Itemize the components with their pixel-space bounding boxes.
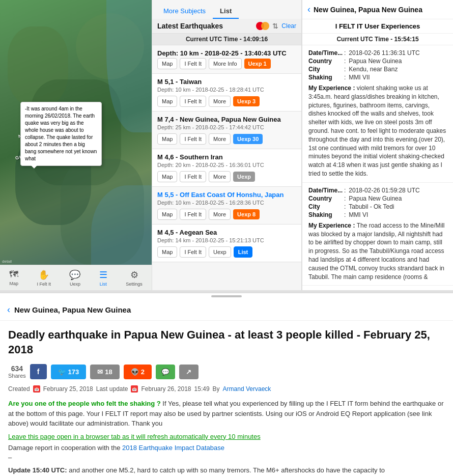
eq-more-3[interactable]: More [209, 171, 231, 182]
author-link[interactable]: Armand Vervaeck [223, 385, 271, 393]
eq-buttons-0: Map I Felt It More Info Uexp 1 [157, 58, 296, 69]
eq-more-4[interactable]: More [209, 209, 231, 220]
last-update-label: Last update [96, 385, 128, 393]
uexp-row-shaking-1: Shaking : MMI VI [308, 211, 447, 218]
eq-more-2[interactable]: More [209, 133, 231, 145]
eq-uexp-2[interactable]: Uexp 30 [233, 134, 263, 144]
eq-item-3: M 4,6 - Southern Iran Depth: 20 km - 201… [152, 149, 301, 187]
facebook-button[interactable]: f [30, 364, 47, 379]
social-bar: 634 Shares f 🐦 173 ✉ 18 👽 2 [8, 364, 445, 379]
bottom-header-title: New Guinea, Papua New Guinea [14, 305, 131, 314]
eq-depth-2: Depth: 25 km - 2018-02-25 - 17:44:42 UTC [157, 124, 296, 130]
eq-uexp-btn-5[interactable]: Uexp [209, 246, 231, 258]
email-icon: ✉ [97, 368, 103, 376]
eq-title-5: M 4,5 - Aegean Sea [157, 229, 296, 236]
uexp-row-city-1: City : Tabubil - Ok Tedi [308, 203, 447, 210]
toolbar-map[interactable]: 🗺 Map [9, 269, 18, 286]
uexp-city-1: Tabubil - Ok Tedi [349, 203, 447, 210]
eq-item-0: Depth: 10 km - 2018-02-25 - 13:40:43 UTC… [152, 45, 301, 74]
eq-felt-4[interactable]: I Felt It [180, 209, 206, 220]
eq-felt-2[interactable]: I Felt It [180, 133, 206, 145]
tab-more-subjects[interactable]: More Subjects [156, 4, 213, 19]
uexp-shaking-0: MMI VII [349, 74, 447, 81]
toolbar-list[interactable]: ☰ List [99, 269, 107, 287]
twitter-button[interactable]: 🐦 173 [51, 365, 87, 379]
last-update-date: February 26, 2018 [141, 385, 191, 393]
settings-icon: ⚙ [130, 269, 138, 281]
uexp-datetime-0: 2018-02-26 11:36:31 UTC [349, 49, 447, 57]
message-button[interactable]: 💬 [156, 365, 175, 379]
map-popup: -It was around 4am in the morning 26/02/… [20, 102, 102, 166]
eq-felt-1[interactable]: I Felt It [180, 96, 206, 107]
uexp-row-datetime-0: Date/Time... : 2018-02-26 11:36:31 UTC [308, 49, 447, 57]
tab-list[interactable]: List [213, 4, 239, 19]
bottom-back-button[interactable]: ‹ [7, 304, 10, 315]
dash-line: – [8, 454, 445, 461]
email-count: 18 [105, 368, 112, 376]
damage-link[interactable]: 2018 Earthquake Impact Database [122, 444, 224, 452]
uexp-exp-block-0: My Experience : violent shaking woke us … [308, 84, 447, 178]
eq-list-btn-5[interactable]: List [234, 246, 253, 258]
eq-map-0[interactable]: Map [157, 58, 177, 69]
eq-map-2[interactable]: Map [157, 133, 177, 145]
eq-map-3[interactable]: Map [157, 171, 177, 182]
bottom-panel: ‹ New Guinea, Papua New Guinea Deadly ea… [0, 292, 453, 476]
sort-icon[interactable]: ⇅ [272, 22, 278, 30]
eq-buttons-5: Map I Felt It Uexp List [157, 246, 296, 258]
eq-more-1[interactable]: More [209, 96, 231, 107]
share-icon: ↗ [186, 368, 191, 376]
eq-title-2: M 7,4 - New Guinea, Papua New Guinea [157, 116, 296, 123]
eq-map-5[interactable]: Map [157, 246, 177, 258]
uexp-row-city-0: City : Kendu, near Banz [308, 66, 447, 73]
auto-refresh-line: Leave this page open in a browser tab as… [8, 432, 445, 441]
map-background: PAPUA NIEUW- GUINEA -It was around 4am i… [0, 0, 152, 265]
uexp-country-1: Papua New Guinea [349, 195, 447, 202]
uexp-time: Current UTC Time - 15:54:15 [302, 34, 453, 45]
toolbar-settings[interactable]: ⚙ Settings [126, 269, 143, 287]
cal-icon-created: 📅 [33, 385, 40, 393]
eq-felt-5[interactable]: I Felt It [180, 246, 206, 258]
uexp-icon: 💬 [69, 269, 80, 281]
toolbar-uexp[interactable]: 💬 Uexp [69, 269, 80, 287]
uexp-back-button[interactable]: ‹ [307, 4, 310, 15]
eq-uexp-3[interactable]: Uexp [233, 172, 255, 182]
reddit-button[interactable]: 👽 2 [124, 365, 152, 379]
by-label: By [213, 385, 220, 393]
earthquake-list: Depth: 10 km - 2018-02-25 - 13:40:43 UTC… [152, 45, 301, 290]
update-time: 15:49 [194, 385, 210, 393]
eq-item-5: M 4,5 - Aegean Sea Depth: 14 km - 2018-0… [152, 225, 301, 262]
eq-title-3: M 4,6 - Southern Iran [157, 153, 296, 161]
eq-depth-1: Depth: 10 km - 2018-02-25 - 18:28:41 UTC [157, 87, 296, 93]
eq-uexp-0[interactable]: Uexp 1 [244, 59, 271, 69]
uexp-exp-text-0: violent shaking woke us at 3:45a.m. hear… [308, 85, 446, 177]
share-button[interactable]: ↗ [179, 365, 199, 379]
map-credit: detail [2, 259, 12, 264]
eq-felt-0[interactable]: I Felt It [180, 58, 206, 69]
article-title: Deadly earthquake in Papua New Guinea - … [8, 328, 445, 357]
eq-buttons-2: Map I Felt It More Uexp 30 [157, 133, 296, 145]
article-body: Are you one of the people who felt the s… [8, 399, 445, 429]
eq-title-4: M 5,5 - Off East Coast Of Honshu, Japan [157, 191, 296, 199]
map-panel: ✕ New Guinea, Papua New Guinea Terrain S… [0, 0, 152, 290]
uexp-row-shaking-0: Shaking : MMI VII [308, 74, 447, 81]
felt-icon: ✋ [38, 269, 49, 281]
eq-buttons-3: Map I Felt It More Uexp [157, 171, 296, 182]
toolbar-i-felt-it[interactable]: ✋ I Felt It [37, 269, 51, 287]
share-number: 634 [11, 365, 23, 373]
cal-icon-update: 📅 [131, 385, 138, 393]
eq-uexp-4[interactable]: Uexp 8 [233, 209, 260, 219]
eq-title-1: M 5,1 - Taiwan [157, 78, 296, 86]
clear-button[interactable]: Clear [281, 22, 296, 30]
eq-title-0: Depth: 10 km - 2018-02-25 - 13:40:43 UTC [157, 49, 296, 57]
eq-more-0[interactable]: More Info [209, 58, 241, 69]
meta-row: Created 📅 February 25, 2018 Last update … [8, 385, 445, 393]
eq-item-4: M 5,5 - Off East Coast Of Honshu, Japan … [152, 187, 301, 225]
eq-uexp-1[interactable]: Uexp 3 [233, 96, 260, 106]
eq-map-1[interactable]: Map [157, 96, 177, 107]
eq-map-4[interactable]: Map [157, 209, 177, 220]
eq-felt-3[interactable]: I Felt It [180, 171, 206, 182]
share-count: 634 Shares [8, 365, 26, 379]
email-button[interactable]: ✉ 18 [90, 365, 119, 379]
reddit-icon: 👽 [131, 368, 139, 376]
eq-depth-4: Depth: 10 km - 2018-02-25 - 16:28:36 UTC [157, 200, 296, 206]
